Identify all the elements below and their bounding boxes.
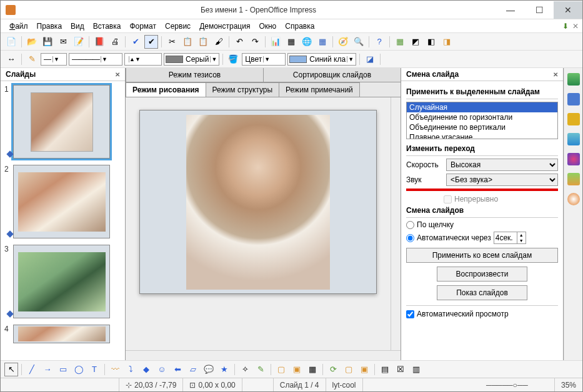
from-file-icon[interactable]: ▣ [290, 363, 304, 376]
rotate-icon[interactable]: ⟳ [326, 363, 340, 376]
master-pages-icon[interactable] [567, 93, 580, 105]
auto-time-input[interactable] [494, 232, 517, 243]
shadow-icon[interactable]: ◪ [363, 52, 377, 66]
close-button[interactable]: ✕ [554, 1, 582, 19]
menu-help[interactable]: Справка [281, 21, 318, 32]
line-color-dropdown[interactable]: Серый▼ [164, 53, 219, 66]
vertical-scrollbar[interactable] [391, 97, 401, 350]
align-icon[interactable]: ▢ [342, 363, 356, 376]
basic-shapes-icon[interactable]: ◆ [139, 363, 153, 376]
redo-icon[interactable]: ↷ [248, 35, 262, 49]
spellcheck-icon[interactable]: ✔ [129, 35, 142, 49]
copy-icon[interactable]: 📋 [181, 35, 194, 49]
navigator2-icon[interactable]: ◧ [424, 35, 438, 49]
block-arrows-icon[interactable]: ⬅ [171, 363, 184, 376]
menu-view[interactable]: Вид [67, 21, 88, 32]
symbol-shapes-icon[interactable]: ☺ [155, 363, 169, 376]
autospell-icon[interactable]: ✔ [144, 35, 158, 49]
close-doc-icon[interactable]: ✕ [572, 22, 579, 31]
slideshow-button[interactable]: Показ слайдов [437, 285, 528, 300]
zoom-icon[interactable]: 🔍 [352, 35, 366, 49]
table-icon[interactable]: ▦ [284, 35, 298, 49]
fontwork-icon[interactable]: ▢ [274, 363, 288, 376]
spin-down-icon[interactable]: ▼ [517, 238, 526, 243]
ellipse-tool-icon[interactable]: ◯ [72, 363, 86, 376]
list-item[interactable]: Случайная [407, 102, 557, 112]
auto-preview-checkbox[interactable] [406, 310, 414, 318]
gallery-icon[interactable]: ▦ [393, 35, 407, 49]
fill-type-icon[interactable]: 🪣 [226, 52, 240, 66]
menu-tools[interactable]: Сервис [161, 21, 194, 32]
slide-design-icon[interactable]: ▥ [409, 363, 423, 376]
minimize-button[interactable]: — [496, 1, 525, 19]
connector-tool-icon[interactable]: ⤵ [124, 363, 137, 376]
fill-mode-dropdown[interactable]: Цвет▼ [242, 53, 286, 66]
speed-select[interactable]: Высокая [446, 159, 558, 171]
print-icon[interactable]: 🖨 [108, 35, 122, 49]
cut-icon[interactable]: ✂ [165, 35, 179, 49]
task-panel-close-icon[interactable]: ✕ [553, 71, 558, 78]
tab-drawing[interactable]: Режим рисования [126, 82, 206, 97]
slide-transition-icon[interactable] [567, 133, 580, 145]
apply-all-button[interactable]: Применить ко всем слайдам [406, 248, 558, 263]
line-style-icon[interactable]: ✎ [25, 52, 39, 66]
options-icon[interactable]: ◨ [440, 35, 454, 49]
gallery-draw-icon[interactable]: ▦ [306, 363, 319, 376]
new-icon[interactable]: 📄 [4, 35, 18, 49]
tab-notes[interactable]: Режим примечаний [279, 82, 360, 97]
curve-tool-icon[interactable]: 〰 [108, 363, 122, 376]
download-icon[interactable]: ⬇ [562, 22, 569, 31]
open-icon[interactable]: 📂 [25, 35, 39, 49]
on-click-radio[interactable] [406, 221, 414, 229]
arrow-tool-icon[interactable]: → [41, 363, 54, 376]
slide-thumb-3[interactable]: 3 [4, 245, 121, 318]
insert-slide-icon[interactable]: ▤ [378, 363, 392, 376]
line-tool-icon[interactable]: ╱ [25, 363, 39, 376]
flowchart-icon[interactable]: ▱ [186, 363, 200, 376]
menu-format[interactable]: Формат [126, 21, 160, 32]
slide-thumb-4[interactable]: 4 [4, 325, 121, 343]
chart-icon[interactable]: 📊 [269, 35, 282, 49]
glue-icon[interactable]: ✎ [254, 363, 267, 376]
edit-doc-icon[interactable]: 📝 [72, 35, 86, 49]
custom-animation-icon[interactable] [567, 113, 580, 125]
line-width-dropdown[interactable]: ▲▼ [124, 53, 162, 66]
spin-up-icon[interactable]: ▲ [517, 232, 526, 238]
menu-insert[interactable]: Вставка [89, 21, 125, 32]
line-ends-dropdown[interactable]: —▼ [41, 53, 67, 66]
slide-thumb-2[interactable]: 2 [4, 165, 121, 238]
rect-tool-icon[interactable]: ▭ [56, 363, 70, 376]
arrow-style-icon[interactable]: ↔ [4, 52, 18, 66]
styles-icon[interactable] [567, 153, 580, 165]
text-tool-icon[interactable]: T [87, 363, 101, 376]
menu-slideshow[interactable]: Демонстрация [196, 21, 254, 32]
list-item[interactable]: Объединение по горизонтали [407, 112, 557, 122]
export-pdf-icon[interactable]: 📕 [92, 35, 106, 49]
slide-canvas[interactable] [126, 97, 391, 350]
slide-image[interactable] [186, 115, 330, 290]
slideshow-icon[interactable]: ▦ [316, 35, 329, 49]
horizontal-scrollbar[interactable] [126, 350, 401, 360]
maximize-button[interactable]: ☐ [525, 1, 554, 19]
tab-structure[interactable]: Режим структуры [206, 82, 280, 97]
fill-color-dropdown[interactable]: Синий кла▼ [287, 53, 356, 66]
points-icon[interactable]: ✧ [238, 363, 252, 376]
stars-icon[interactable]: ★ [217, 363, 231, 376]
play-button[interactable]: Воспроизвести [437, 267, 528, 282]
select-tool-icon[interactable]: ↖ [4, 363, 18, 376]
tab-outline[interactable]: Режим тезисов [126, 68, 264, 82]
status-zoom[interactable]: 35% [555, 378, 582, 391]
tab-sorter[interactable]: Сортировщик слайдов [263, 68, 401, 82]
list-item[interactable]: Плавное угасание [407, 132, 557, 139]
undo-icon[interactable]: ↶ [232, 35, 246, 49]
properties-icon[interactable] [567, 73, 580, 86]
auto-radio[interactable] [406, 234, 414, 242]
zoom-slider[interactable]: ─────○── [480, 378, 555, 391]
auto-time-spinner[interactable]: ▲▼ [494, 232, 526, 244]
menu-window[interactable]: Окно [255, 21, 280, 32]
navigator-sidebar-icon[interactable] [567, 193, 580, 205]
slide-thumb-1[interactable]: 1 [4, 85, 121, 159]
extrude-icon[interactable]: ◩ [409, 35, 422, 49]
arrange-icon[interactable]: ▣ [357, 363, 371, 376]
line-pattern-dropdown[interactable]: ————▼ [69, 53, 122, 66]
